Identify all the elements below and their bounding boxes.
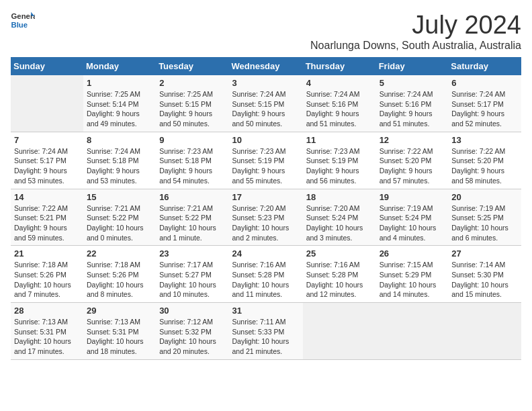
logo: General Blue <box>11 11 35 30</box>
day-info: Sunrise: 7:19 AM Sunset: 5:24 PM Dayligh… <box>380 203 445 243</box>
day-info: Sunrise: 7:22 AM Sunset: 5:21 PM Dayligh… <box>14 203 80 243</box>
day-info: Sunrise: 7:18 AM Sunset: 5:26 PM Dayligh… <box>87 260 152 300</box>
day-number: 17 <box>232 192 300 202</box>
day-info: Sunrise: 7:24 AM Sunset: 5:17 PM Dayligh… <box>451 89 518 129</box>
day-number: 9 <box>159 135 225 145</box>
week-row-3: 14Sunrise: 7:22 AM Sunset: 5:21 PM Dayli… <box>11 189 521 246</box>
day-number: 12 <box>380 135 445 145</box>
day-cell <box>303 303 376 360</box>
day-number: 19 <box>380 192 445 202</box>
day-number: 30 <box>159 306 225 316</box>
header-thursday: Thursday <box>303 57 376 75</box>
day-cell: 14Sunrise: 7:22 AM Sunset: 5:21 PM Dayli… <box>11 189 83 246</box>
day-info: Sunrise: 7:19 AM Sunset: 5:25 PM Dayligh… <box>451 203 518 243</box>
title-block: July 2024 Noarlunga Downs, South Austral… <box>310 11 521 52</box>
day-cell: 7Sunrise: 7:24 AM Sunset: 5:17 PM Daylig… <box>11 132 83 189</box>
day-info: Sunrise: 7:24 AM Sunset: 5:16 PM Dayligh… <box>380 89 445 129</box>
day-number: 7 <box>14 135 80 145</box>
day-cell: 13Sunrise: 7:22 AM Sunset: 5:20 PM Dayli… <box>448 132 521 189</box>
day-cell: 26Sunrise: 7:15 AM Sunset: 5:29 PM Dayli… <box>376 246 449 303</box>
header-wednesday: Wednesday <box>229 57 303 75</box>
day-info: Sunrise: 7:23 AM Sunset: 5:18 PM Dayligh… <box>159 146 225 186</box>
day-cell: 15Sunrise: 7:21 AM Sunset: 5:22 PM Dayli… <box>83 189 156 246</box>
header-row: SundayMondayTuesdayWednesdayThursdayFrid… <box>11 57 521 75</box>
day-info: Sunrise: 7:12 AM Sunset: 5:32 PM Dayligh… <box>159 317 225 357</box>
logo-icon: General Blue <box>11 11 35 30</box>
calendar-table: SundayMondayTuesdayWednesdayThursdayFrid… <box>11 57 521 360</box>
day-info: Sunrise: 7:25 AM Sunset: 5:15 PM Dayligh… <box>159 89 225 129</box>
day-cell: 21Sunrise: 7:18 AM Sunset: 5:26 PM Dayli… <box>11 246 83 303</box>
day-number: 23 <box>159 248 225 259</box>
month-title: July 2024 <box>310 11 521 40</box>
day-info: Sunrise: 7:18 AM Sunset: 5:26 PM Dayligh… <box>14 260 80 300</box>
page-header: General Blue July 2024 Noarlunga Downs, … <box>11 11 521 52</box>
day-cell: 29Sunrise: 7:13 AM Sunset: 5:31 PM Dayli… <box>83 303 156 360</box>
day-number: 20 <box>451 192 518 202</box>
day-number: 24 <box>232 248 300 259</box>
day-info: Sunrise: 7:14 AM Sunset: 5:30 PM Dayligh… <box>451 260 518 300</box>
day-cell <box>376 303 449 360</box>
day-number: 2 <box>159 78 225 88</box>
day-cell: 20Sunrise: 7:19 AM Sunset: 5:25 PM Dayli… <box>448 189 521 246</box>
day-cell: 4Sunrise: 7:24 AM Sunset: 5:16 PM Daylig… <box>303 75 376 132</box>
day-cell <box>11 75 83 132</box>
day-cell: 8Sunrise: 7:24 AM Sunset: 5:18 PM Daylig… <box>83 132 156 189</box>
day-cell: 16Sunrise: 7:21 AM Sunset: 5:22 PM Dayli… <box>156 189 228 246</box>
day-info: Sunrise: 7:20 AM Sunset: 5:24 PM Dayligh… <box>306 203 373 243</box>
day-info: Sunrise: 7:11 AM Sunset: 5:33 PM Dayligh… <box>232 317 300 357</box>
day-number: 5 <box>380 78 445 88</box>
day-number: 8 <box>87 135 152 145</box>
day-info: Sunrise: 7:13 AM Sunset: 5:31 PM Dayligh… <box>87 317 152 357</box>
day-info: Sunrise: 7:23 AM Sunset: 5:19 PM Dayligh… <box>306 146 373 186</box>
day-info: Sunrise: 7:20 AM Sunset: 5:23 PM Dayligh… <box>232 203 300 243</box>
day-cell: 28Sunrise: 7:13 AM Sunset: 5:31 PM Dayli… <box>11 303 83 360</box>
location-title: Noarlunga Downs, South Australia, Austra… <box>310 40 521 52</box>
day-cell: 9Sunrise: 7:23 AM Sunset: 5:18 PM Daylig… <box>156 132 228 189</box>
day-number: 21 <box>14 248 80 259</box>
day-cell: 2Sunrise: 7:25 AM Sunset: 5:15 PM Daylig… <box>156 75 228 132</box>
day-number: 15 <box>87 192 152 202</box>
day-cell: 23Sunrise: 7:17 AM Sunset: 5:27 PM Dayli… <box>156 246 228 303</box>
day-number: 25 <box>306 248 373 259</box>
day-info: Sunrise: 7:24 AM Sunset: 5:17 PM Dayligh… <box>14 146 80 186</box>
week-row-1: 1Sunrise: 7:25 AM Sunset: 5:14 PM Daylig… <box>11 75 521 132</box>
day-cell: 5Sunrise: 7:24 AM Sunset: 5:16 PM Daylig… <box>376 75 449 132</box>
day-cell: 24Sunrise: 7:16 AM Sunset: 5:28 PM Dayli… <box>229 246 303 303</box>
day-info: Sunrise: 7:21 AM Sunset: 5:22 PM Dayligh… <box>87 203 152 243</box>
day-cell: 22Sunrise: 7:18 AM Sunset: 5:26 PM Dayli… <box>83 246 156 303</box>
day-info: Sunrise: 7:13 AM Sunset: 5:31 PM Dayligh… <box>14 317 80 357</box>
day-info: Sunrise: 7:24 AM Sunset: 5:15 PM Dayligh… <box>232 89 300 129</box>
day-number: 14 <box>14 192 80 202</box>
svg-text:Blue: Blue <box>11 21 28 29</box>
day-info: Sunrise: 7:24 AM Sunset: 5:18 PM Dayligh… <box>87 146 152 186</box>
day-cell: 11Sunrise: 7:23 AM Sunset: 5:19 PM Dayli… <box>303 132 376 189</box>
day-cell <box>448 303 521 360</box>
week-row-2: 7Sunrise: 7:24 AM Sunset: 5:17 PM Daylig… <box>11 132 521 189</box>
day-info: Sunrise: 7:16 AM Sunset: 5:28 PM Dayligh… <box>232 260 300 300</box>
day-cell: 3Sunrise: 7:24 AM Sunset: 5:15 PM Daylig… <box>229 75 303 132</box>
header-friday: Friday <box>376 57 449 75</box>
day-info: Sunrise: 7:22 AM Sunset: 5:20 PM Dayligh… <box>380 146 445 186</box>
day-number: 26 <box>380 248 445 259</box>
day-info: Sunrise: 7:24 AM Sunset: 5:16 PM Dayligh… <box>306 89 373 129</box>
day-number: 3 <box>232 78 300 88</box>
day-number: 6 <box>451 78 518 88</box>
day-info: Sunrise: 7:16 AM Sunset: 5:28 PM Dayligh… <box>306 260 373 300</box>
day-number: 31 <box>232 306 300 316</box>
day-number: 11 <box>306 135 373 145</box>
day-info: Sunrise: 7:25 AM Sunset: 5:14 PM Dayligh… <box>87 89 152 129</box>
day-number: 1 <box>87 78 152 88</box>
day-cell: 1Sunrise: 7:25 AM Sunset: 5:14 PM Daylig… <box>83 75 156 132</box>
day-info: Sunrise: 7:17 AM Sunset: 5:27 PM Dayligh… <box>159 260 225 300</box>
day-cell: 6Sunrise: 7:24 AM Sunset: 5:17 PM Daylig… <box>448 75 521 132</box>
week-row-5: 28Sunrise: 7:13 AM Sunset: 5:31 PM Dayli… <box>11 303 521 360</box>
day-number: 27 <box>451 248 518 259</box>
day-cell: 19Sunrise: 7:19 AM Sunset: 5:24 PM Dayli… <box>376 189 449 246</box>
day-number: 22 <box>87 248 152 259</box>
day-cell: 25Sunrise: 7:16 AM Sunset: 5:28 PM Dayli… <box>303 246 376 303</box>
header-sunday: Sunday <box>11 57 83 75</box>
day-cell: 12Sunrise: 7:22 AM Sunset: 5:20 PM Dayli… <box>376 132 449 189</box>
day-cell: 18Sunrise: 7:20 AM Sunset: 5:24 PM Dayli… <box>303 189 376 246</box>
week-row-4: 21Sunrise: 7:18 AM Sunset: 5:26 PM Dayli… <box>11 246 521 303</box>
day-cell: 17Sunrise: 7:20 AM Sunset: 5:23 PM Dayli… <box>229 189 303 246</box>
